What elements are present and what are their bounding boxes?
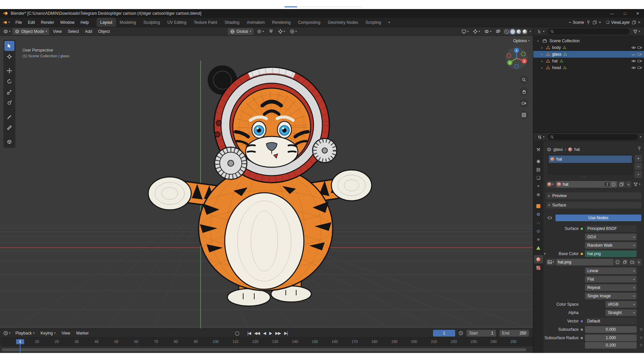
tool-add-cube[interactable] [4,137,14,147]
projection-dropdown[interactable]: Flat▾ [585,276,637,283]
outliner-editor-type-button[interactable]: ▾ [536,28,546,35]
menu-item[interactable]: File [12,18,25,27]
unlink-material-button[interactable]: ✕ [626,181,631,188]
tiger-model[interactable] [141,63,376,311]
base-color-field[interactable]: hat.png [585,250,637,257]
subsurface-value-field[interactable]: 0.000 [585,326,637,333]
hide-in-viewport-toggle[interactable] [631,59,636,63]
workspace-tab[interactable]: Sculpting [140,18,164,27]
tool-move[interactable] [4,66,14,76]
hide-in-viewport-toggle[interactable] [631,65,636,70]
extension-dropdown[interactable]: Repeat▾ [585,284,637,291]
timeline-menu-item[interactable]: View ▾ [58,329,73,337]
list-resize-grip[interactable]: ∷∷ [533,175,634,179]
hide-in-viewport-toggle[interactable] [631,45,636,50]
surface-shader-field[interactable]: Principled BSDF [585,225,637,232]
tool-measure[interactable] [4,123,14,133]
use-preview-range-icon[interactable] [459,331,463,336]
unlink-image-button[interactable]: ✕ [636,259,642,265]
shading-wireframe-button[interactable] [504,29,509,34]
tool-annotate[interactable] [4,112,14,122]
editor-type-button[interactable]: ▾ [2,28,12,35]
add-slot-button[interactable]: + [635,155,642,162]
gizmos-dropdown[interactable]: ▾ [472,28,481,35]
workspace-tab[interactable]: Compositing [294,18,324,27]
menu-item[interactable]: Window [57,18,77,27]
interpolation-dropdown[interactable]: Linear▾ [585,267,637,274]
start-frame-field[interactable]: Start 1 [467,330,496,337]
workspace-tab[interactable]: Geometry Nodes [324,18,362,27]
open-image-button[interactable] [629,259,636,265]
timeline-editor-type-button[interactable]: ▾ [2,330,12,337]
hide-in-viewport-toggle[interactable] [631,52,636,57]
timeline-scrollbar[interactable] [2,348,526,351]
tool-transform[interactable] [4,98,14,108]
menu-item[interactable]: Help [77,18,92,27]
remove-viewlayer-icon[interactable]: ✕ [638,20,641,24]
breadcrumb-object[interactable]: glass [553,147,563,152]
outliner-object-row[interactable]: ▸ body [533,44,644,51]
breadcrumb-material[interactable]: hat [574,147,580,152]
expand-arrow-icon[interactable]: ▸ [541,53,545,56]
workspace-tab[interactable]: Rendering [268,18,294,27]
use-nodes-button[interactable]: Use Nodes [555,215,641,221]
object-type-visibility-dropdown[interactable]: ▾ [460,28,470,35]
next-keyframe-button[interactable]: ▶▶ [275,331,281,336]
transform-orientation-dropdown[interactable]: Global ▾ [228,28,254,35]
xray-toggle-button[interactable] [494,28,502,35]
slot-specials-dropdown[interactable]: ▾ [635,171,642,178]
fake-user-button[interactable] [614,259,621,265]
outliner-filter-button[interactable]: ▾ [632,28,641,35]
jump-to-start-button[interactable]: |◀ [247,331,251,336]
timeline-menu-item[interactable]: Playback ▾ [12,329,38,337]
viewport-menu-item[interactable]: Object [95,27,113,36]
prev-keyframe-button[interactable]: ◀◀ [254,331,260,336]
current-frame-field[interactable]: 1 [433,330,455,337]
distribution-dropdown[interactable]: GGX▾ [585,234,637,240]
unlink-scene-icon[interactable]: ✕ [599,20,601,24]
new-material-button[interactable] [618,181,625,188]
mode-dropdown[interactable]: Object Mode ▾ [12,28,49,35]
blender-app-menu[interactable]: ▾ [0,18,12,27]
animate-decorator[interactable] [640,337,642,339]
image-name-field[interactable]: hat.png [556,259,613,265]
scene-collection-row[interactable]: ▾ Scene Collection [533,38,644,44]
vector-field[interactable]: Default [585,318,637,324]
color-space-dropdown[interactable]: sRGB▾ [605,301,637,308]
viewlayer-selector[interactable]: ❏ ViewLayer ✕ [606,20,641,25]
tool-cursor[interactable] [4,52,14,62]
playhead[interactable]: 1 [16,339,24,353]
disable-in-renders-toggle[interactable] [637,65,642,70]
pin-icon[interactable] [586,20,591,25]
tool-select-box[interactable] [4,41,14,51]
expand-arrow-icon[interactable]: ▸ [541,60,545,63]
animate-decorator[interactable] [640,344,642,346]
viewport-menu-item[interactable]: View [50,27,65,36]
scene-selector[interactable]: ◓ Scene ✕ [569,20,601,25]
shading-rendered-button[interactable] [523,29,527,34]
pan-button[interactable] [520,87,528,96]
expand-arrow-icon[interactable]: ▸ [541,66,545,69]
shading-material-button[interactable] [517,29,521,34]
slot-filter-dropdown[interactable]: ▾ [632,181,642,188]
workspace-tab[interactable]: UV Editing [164,18,190,27]
minimize-button[interactable]: — [606,9,619,18]
expand-arrow-icon[interactable]: ▾ [537,40,541,43]
users-count-badge[interactable]: 2 [605,182,609,186]
expand-arrow-icon[interactable]: ▸ [541,46,545,49]
end-frame-field[interactable]: End 250 [499,330,529,337]
overlays-dropdown[interactable]: ▾ [483,28,493,35]
auto-keying-toggle[interactable]: ◯ [235,331,239,336]
camera-view-button[interactable] [520,99,528,108]
menu-item[interactable]: Render [38,18,57,27]
navigation-gizmo[interactable]: Z X Y [505,47,528,70]
workspace-tab[interactable]: Scripting [362,18,385,27]
outliner-search-input[interactable] [548,28,630,35]
viewport-canvas[interactable]: User Perspective (1) Scene Collection | … [0,36,533,329]
disable-in-renders-toggle[interactable] [637,52,642,57]
pin-id-button[interactable] [637,146,642,152]
add-workspace-button[interactable]: + [385,20,394,25]
material-name-field[interactable]: hat 2 [555,181,617,188]
disable-in-renders-toggle[interactable] [637,59,642,63]
surface-section-header[interactable]: ▾ Surface [546,202,641,208]
